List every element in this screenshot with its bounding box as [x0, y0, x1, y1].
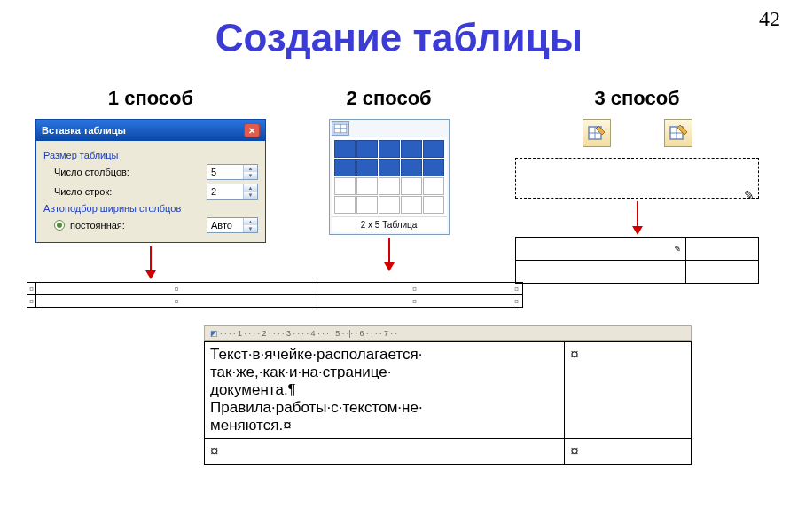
columns-label: Число столбцов:: [54, 167, 129, 177]
chevron-up-icon[interactable]: ▲: [244, 165, 257, 172]
table-cell-empty[interactable]: ¤: [205, 439, 565, 465]
cell-mark: ¤: [210, 442, 218, 459]
radio-fixed[interactable]: [54, 220, 65, 231]
grid-cell[interactable]: [356, 159, 378, 176]
fixed-value: Авто: [207, 220, 243, 231]
ruler-cell: ¤: [317, 283, 512, 295]
ruler-cell: ¤: [512, 283, 523, 295]
ruler-cell: ¤: [27, 283, 36, 295]
grid-cell[interactable]: [379, 159, 400, 176]
ruler-cell: ¤: [36, 283, 317, 295]
chevron-down-icon[interactable]: ▼: [244, 192, 257, 199]
close-icon[interactable]: ✕: [244, 123, 260, 137]
grid-cell[interactable]: [401, 159, 422, 176]
columns-spinner[interactable]: 5 ▲ ▼: [207, 164, 258, 180]
ruler-handle-icon[interactable]: ◩: [210, 329, 218, 338]
draw-table-pencil-icon[interactable]: [664, 119, 692, 147]
table-cell-empty[interactable]: ¤: [565, 439, 692, 465]
grid-cell[interactable]: [356, 177, 378, 195]
page-title: Создание таблицы: [0, 16, 798, 60]
dialog-titlebar: Вставка таблицы ✕: [36, 120, 265, 141]
grid-cell[interactable]: [423, 196, 444, 214]
arrow-down-icon: [388, 238, 390, 264]
columns-value: 5: [207, 167, 243, 177]
grid-cells[interactable]: [332, 137, 447, 216]
grid-cell[interactable]: [334, 177, 356, 195]
chevron-up-icon[interactable]: ▲: [244, 184, 257, 192]
document-table: Текст·в·ячейке·располагается· так·же,·ка…: [204, 341, 692, 465]
dialog-title-text: Вставка таблицы: [42, 125, 126, 136]
pencil-cursor-icon: ✎: [744, 188, 755, 202]
grid-cell[interactable]: [356, 196, 378, 214]
doc-line: Текст·в·ячейке·располагается·: [210, 346, 422, 363]
cell-mark: ¤: [570, 442, 578, 459]
doc-line: документа.¶: [210, 381, 296, 398]
arrow-down-icon: [637, 201, 638, 228]
fixed-label: постоянная:: [70, 220, 125, 231]
rows-spinner[interactable]: 2 ▲ ▼: [207, 184, 258, 200]
draw-table-icon[interactable]: [583, 119, 611, 147]
drawn-table-result: ✎: [515, 237, 759, 284]
method-3: 3 способ ✎ ✎: [512, 87, 763, 284]
chevron-down-icon[interactable]: ▼: [244, 225, 257, 232]
grid-cell[interactable]: [401, 196, 422, 214]
grid-caption: 2 x 5 Таблица: [332, 216, 447, 232]
doc-line: так·же,·как·и·на·странице·: [210, 364, 392, 380]
document-sample: ◩ · · · · 1 · · · · 2 · · · · 3 · · · · …: [204, 325, 692, 465]
method-2-label: 2 способ: [275, 87, 503, 110]
table-grid-picker[interactable]: 2 x 5 Таблица: [329, 119, 450, 235]
method-3-label: 3 способ: [512, 87, 763, 110]
page-number: 42: [759, 7, 780, 31]
grid-cell[interactable]: [401, 177, 422, 195]
grid-cell[interactable]: [334, 196, 356, 214]
fixed-width-spinner[interactable]: Авто ▲ ▼: [207, 217, 258, 233]
horizontal-ruler: ◩ · · · · 1 · · · · 2 · · · · 3 · · · · …: [204, 325, 692, 341]
arrow-down-icon: [150, 246, 152, 272]
table-cell-empty[interactable]: ¤: [565, 342, 692, 439]
chevron-up-icon[interactable]: ▲: [244, 218, 257, 225]
ruler-cell: ¤: [512, 295, 523, 308]
table-cell-text[interactable]: Текст·в·ячейке·располагается· так·же,·ка…: [205, 342, 565, 439]
doc-line: меняются.¤: [210, 417, 292, 434]
grid-cell[interactable]: [334, 159, 356, 176]
insert-table-dialog: Вставка таблицы ✕ Размер таблицы Число с…: [35, 119, 266, 243]
grid-cell[interactable]: [379, 140, 400, 158]
rows-label: Число строк:: [54, 186, 112, 197]
method-1: 1 способ Вставка таблицы ✕ Размер таблиц…: [35, 87, 266, 272]
pencil-cursor-icon: ✎: [516, 244, 685, 254]
ruler-cell: ¤: [36, 295, 317, 308]
grid-cell[interactable]: [423, 159, 444, 176]
doc-line: Правила·работы·с·текстом·не·: [210, 399, 423, 416]
ruler-cell: ¤: [317, 295, 512, 308]
grid-cell[interactable]: [423, 177, 444, 195]
grid-cell[interactable]: [423, 140, 444, 158]
cell-mark: ¤: [570, 346, 578, 363]
draw-table-area[interactable]: ✎: [515, 158, 759, 199]
section-size-label: Размер таблицы: [43, 150, 258, 160]
section-autofit-label: Автоподбор ширины столбцов: [43, 203, 258, 214]
method-2: 2 способ 2 x 5 Таблица: [275, 87, 503, 264]
method-1-label: 1 способ: [35, 87, 266, 110]
grid-cell[interactable]: [379, 177, 400, 195]
rows-value: 2: [207, 186, 243, 197]
chevron-down-icon[interactable]: ▼: [244, 172, 257, 179]
grid-cell[interactable]: [379, 196, 400, 214]
grid-cell[interactable]: [356, 140, 378, 158]
table-icon: [332, 121, 349, 136]
grid-cell[interactable]: [401, 140, 422, 158]
ruler-cell: ¤: [27, 295, 36, 308]
grid-cell[interactable]: [334, 140, 356, 158]
result-table-ruler: ¤¤¤¤ ¤¤¤¤: [27, 282, 523, 308]
